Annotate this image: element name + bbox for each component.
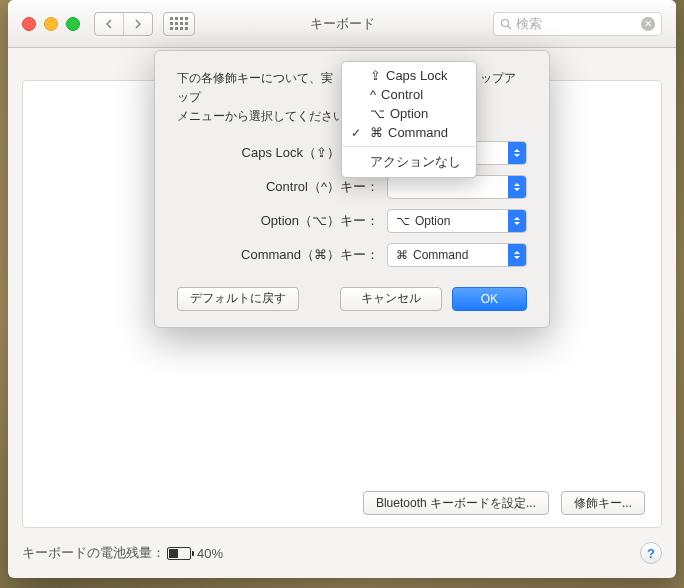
close-window-button[interactable] xyxy=(22,17,36,31)
battery-percent: 40% xyxy=(197,546,223,561)
toolbar: キーボード 検索 ✕ xyxy=(8,0,676,48)
battery-label: キーボードの電池残量： xyxy=(22,544,165,562)
nav-back-forward xyxy=(94,12,153,36)
search-icon xyxy=(500,18,512,30)
command-label: Command（⌘）キー： xyxy=(177,246,387,264)
menu-item-noaction[interactable]: アクションなし xyxy=(342,151,476,173)
clear-search-button[interactable]: ✕ xyxy=(641,17,655,31)
nav-back-button[interactable] xyxy=(95,13,124,35)
chevron-left-icon xyxy=(105,19,113,29)
control-popup[interactable] xyxy=(387,175,527,199)
minimize-window-button[interactable] xyxy=(44,17,58,31)
traffic-lights xyxy=(22,17,80,31)
svg-line-1 xyxy=(508,26,511,29)
zoom-window-button[interactable] xyxy=(66,17,80,31)
chevron-right-icon xyxy=(134,19,142,29)
cancel-button[interactable]: キャンセル xyxy=(340,287,442,311)
svg-point-0 xyxy=(502,19,509,26)
bluetooth-setup-button[interactable]: Bluetooth キーボードを設定... xyxy=(363,491,549,515)
restore-defaults-button[interactable]: デフォルトに戻す xyxy=(177,287,299,311)
option-popup[interactable]: ⌥Option xyxy=(387,209,527,233)
preferences-window: キーボード 検索 ✕ Bluetooth キーボードを設定... 修飾キー...… xyxy=(8,0,676,578)
menu-item-option[interactable]: ⌥Option xyxy=(342,104,476,123)
search-placeholder: 検索 xyxy=(516,15,542,33)
menu-item-command[interactable]: ✓ ⌘Command xyxy=(342,123,476,142)
grid-icon xyxy=(170,17,188,30)
footer: キーボードの電池残量： 40% ? xyxy=(22,542,662,564)
nav-forward-button[interactable] xyxy=(124,13,152,35)
modifier-menu: ⇪Caps Lock ^Control ⌥Option ✓ ⌘Command ア… xyxy=(341,61,477,178)
command-popup[interactable]: ⌘Command xyxy=(387,243,527,267)
search-input[interactable]: 検索 ✕ xyxy=(493,12,662,36)
menu-item-control[interactable]: ^Control xyxy=(342,85,476,104)
option-label: Option（⌥）キー： xyxy=(177,212,387,230)
modifier-keys-button[interactable]: 修飾キー... xyxy=(561,491,645,515)
show-all-button[interactable] xyxy=(163,12,195,36)
help-button[interactable]: ? xyxy=(640,542,662,564)
ok-button[interactable]: OK xyxy=(452,287,527,311)
battery-icon xyxy=(167,547,191,560)
menu-item-capslock[interactable]: ⇪Caps Lock xyxy=(342,66,476,85)
control-label: Control（^）キー： xyxy=(177,178,387,196)
checkmark-icon: ✓ xyxy=(351,126,361,140)
menu-separator xyxy=(342,146,476,147)
